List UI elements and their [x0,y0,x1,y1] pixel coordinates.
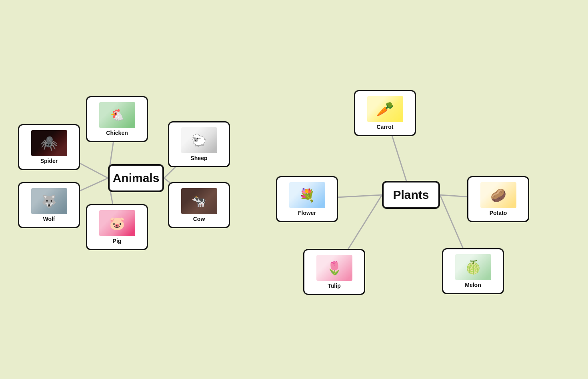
carrot-icon: 🥕 [376,101,394,118]
plants-center-node[interactable]: Plants [382,181,440,209]
pig-icon: 🐷 [109,216,125,231]
cow-node[interactable]: 🐄 Cow [168,182,230,228]
chicken-icon: 🐔 [110,108,124,122]
carrot-image: 🥕 [367,96,403,122]
sheep-icon: 🐑 [192,133,206,147]
flower-image: 💐 [289,182,325,208]
spider-image: 🕷️ [31,130,67,156]
animals-center-node[interactable]: Animals [108,164,164,192]
potato-label: Potato [490,210,507,216]
sheep-node[interactable]: 🐑 Sheep [168,121,230,167]
pig-node[interactable]: 🐷 Pig [86,204,148,250]
tulip-image: 🌷 [316,255,352,281]
flower-icon: 💐 [299,188,315,203]
wolf-node[interactable]: 🐺 Wolf [18,182,80,228]
carrot-label: Carrot [376,124,393,130]
sheep-image: 🐑 [181,127,217,153]
tulip-icon: 🌷 [326,261,342,276]
flower-label: Flower [298,210,316,216]
pig-label: Pig [113,238,122,244]
spider-node[interactable]: 🕷️ Spider [18,124,80,170]
spider-label: Spider [40,158,58,164]
potato-image: 🥔 [480,182,516,208]
carrot-node[interactable]: 🥕 Carrot [354,90,416,136]
wolf-icon: 🐺 [42,194,56,208]
cow-label: Cow [193,216,205,222]
potato-node[interactable]: 🥔 Potato [467,176,529,222]
pig-image: 🐷 [99,210,135,236]
melon-node[interactable]: 🍈 Melon [442,248,504,294]
wolf-image: 🐺 [31,188,67,214]
animals-center-label: Animals [113,171,160,185]
melon-label: Melon [465,282,481,288]
melon-image: 🍈 [455,254,491,280]
potato-icon: 🥔 [490,188,506,203]
spider-icon: 🕷️ [40,135,58,152]
cow-image: 🐄 [181,188,217,214]
tulip-node[interactable]: 🌷 Tulip [303,249,365,295]
flower-node[interactable]: 💐 Flower [276,176,338,222]
plants-center-label: Plants [393,188,429,202]
cow-icon: 🐄 [192,194,206,208]
chicken-label: Chicken [106,130,128,136]
chicken-node[interactable]: 🐔 Chicken [86,96,148,142]
wolf-label: Wolf [43,216,55,222]
sheep-label: Sheep [190,155,207,161]
chicken-image: 🐔 [99,102,135,128]
melon-icon: 🍈 [465,260,481,275]
tulip-label: Tulip [328,283,340,289]
